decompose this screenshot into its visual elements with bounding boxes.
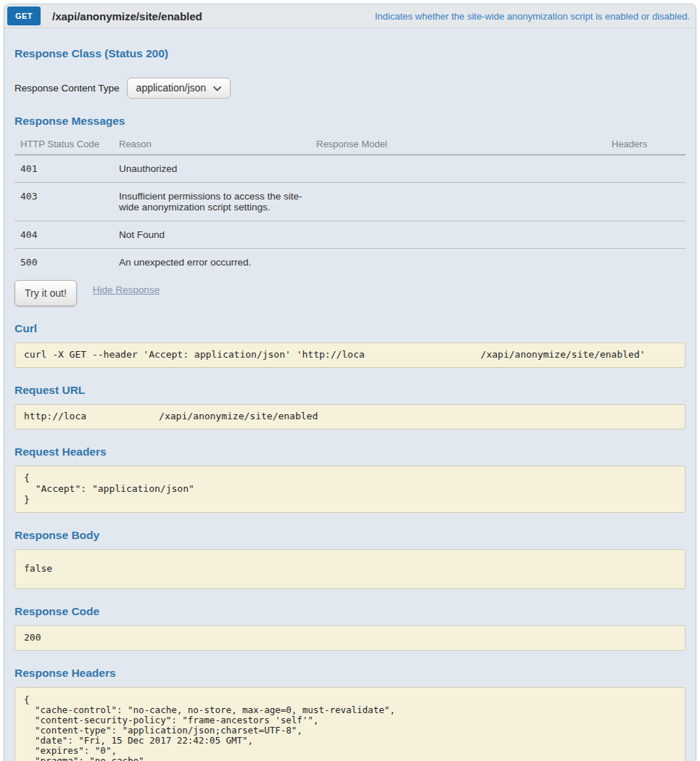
- operation-panel: GET /xapi/anonymize/site/enabled Indicat…: [4, 4, 696, 761]
- status-code-cell: 500: [15, 249, 113, 276]
- response-model-cell: [310, 221, 606, 249]
- endpoint-path-link[interactable]: /xapi/anonymize/site/enabled: [52, 10, 202, 22]
- request-headers-box: { "Accept": "application/json" }: [15, 466, 685, 513]
- col-header-headers: Headers: [606, 135, 685, 155]
- table-row: 401 Unauthorized: [15, 155, 685, 183]
- headers-cell: [606, 221, 685, 249]
- operation-content: Response Class (Status 200) Response Con…: [4, 28, 696, 761]
- response-code-heading: Response Code: [15, 605, 685, 618]
- table-row: 500 An unexpected error occurred.: [15, 249, 685, 276]
- response-class-heading: Response Class (Status 200): [15, 47, 685, 60]
- col-header-response-model: Response Model: [310, 135, 606, 155]
- response-model-cell: [310, 249, 606, 276]
- request-url-suffix: /xapi/anonymize/site/enabled: [159, 411, 318, 421]
- response-body-heading: Response Body: [15, 529, 685, 542]
- request-url-box: http://loca/xapi/anonymize/site/enabled: [15, 404, 685, 429]
- hide-response-link[interactable]: Hide Response: [93, 284, 160, 295]
- chevron-down-icon: [213, 82, 221, 94]
- response-messages-heading: Response Messages: [15, 115, 685, 128]
- reason-cell: Unauthorized: [113, 155, 310, 183]
- try-it-out-button[interactable]: Try it out!: [15, 280, 77, 306]
- response-content-type-label: Response Content Type: [15, 83, 120, 94]
- response-code-box: 200: [15, 625, 685, 651]
- response-headers-heading: Response Headers: [15, 667, 685, 680]
- request-url-prefix: http://loca: [24, 411, 86, 421]
- response-content-type-row: Response Content Type application/json: [15, 78, 685, 99]
- actions-row: Try it out! Hide Response: [15, 280, 685, 306]
- headers-cell: [606, 183, 685, 221]
- status-code-cell: 403: [15, 183, 113, 221]
- response-model-cell: [310, 155, 606, 183]
- curl-command-suffix: /xapi/anonymize/site/enabled': [481, 349, 646, 360]
- col-header-status-code: HTTP Status Code: [15, 135, 113, 155]
- response-model-cell: [310, 183, 606, 221]
- content-type-dropdown[interactable]: application/json: [127, 78, 231, 99]
- headers-cell: [606, 155, 685, 183]
- table-row: 403 Insufficient permissions to access t…: [15, 183, 685, 221]
- operation-header[interactable]: GET /xapi/anonymize/site/enabled Indicat…: [4, 4, 696, 28]
- reason-cell: Not Found: [113, 221, 310, 249]
- response-messages-table: HTTP Status Code Reason Response Model H…: [15, 135, 685, 276]
- col-header-reason: Reason: [113, 135, 310, 155]
- status-code-cell: 401: [15, 155, 113, 183]
- status-code-cell: 404: [15, 221, 113, 249]
- http-method-badge: GET: [7, 7, 41, 25]
- table-row: 404 Not Found: [15, 221, 685, 249]
- endpoint-summary[interactable]: Indicates whether the site-wide anonymiz…: [375, 11, 690, 22]
- content-type-selected-value: application/json: [136, 82, 207, 94]
- response-body-box: false: [15, 549, 685, 589]
- curl-command-prefix: curl -X GET --header 'Accept: applicatio…: [24, 349, 365, 360]
- curl-command-box: curl -X GET --header 'Accept: applicatio…: [15, 342, 685, 368]
- reason-cell: Insufficient permissions to access the s…: [113, 183, 310, 221]
- reason-cell: An unexpected error occurred.: [113, 249, 310, 276]
- request-headers-heading: Request Headers: [15, 445, 685, 458]
- headers-cell: [606, 249, 685, 276]
- request-url-heading: Request URL: [15, 384, 685, 397]
- response-headers-box: { "cache-control": "no-cache, no-store, …: [15, 687, 685, 761]
- curl-heading: Curl: [15, 322, 685, 335]
